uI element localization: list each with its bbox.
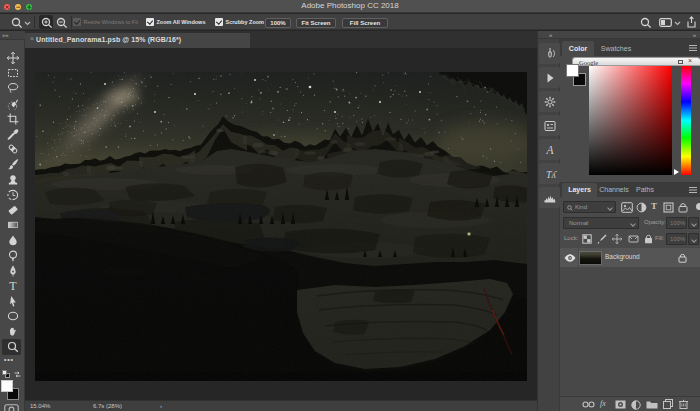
svg-text:T: T xyxy=(9,280,17,292)
svg-text:Tʎ: Tʎ xyxy=(546,168,558,179)
svg-text:A: A xyxy=(545,144,554,156)
